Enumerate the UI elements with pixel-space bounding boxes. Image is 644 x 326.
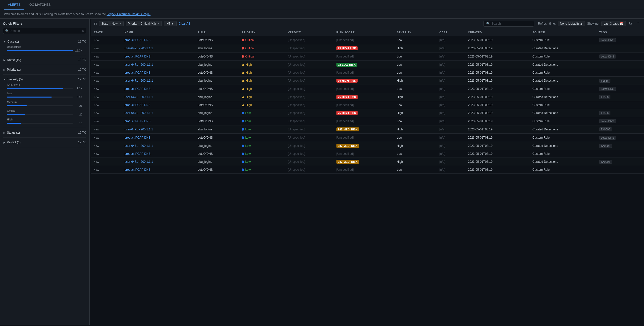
col-source[interactable]: SOURCE bbox=[530, 29, 597, 36]
col-priority[interactable]: PRIORITY ↓ bbox=[239, 29, 286, 36]
cell-priority: Low bbox=[239, 142, 286, 150]
table-row[interactable]: New product:PCAP DNS LotsOfDNS Low [Unsp… bbox=[91, 150, 644, 158]
table-row[interactable]: New user-6471 - 200.1.1.1 abu_logins Hig… bbox=[91, 61, 644, 69]
verdict-chevron-icon: ▶ bbox=[4, 141, 6, 144]
severity-medium-value: 21 bbox=[75, 104, 82, 107]
cell-state: New bbox=[91, 101, 122, 109]
cell-created: 2023-05-01T08:19 bbox=[465, 101, 530, 109]
cell-case: [n/a] bbox=[437, 52, 466, 61]
cell-name[interactable]: product:PCAP DNS bbox=[122, 69, 195, 77]
tab-alerts[interactable]: ALERTS bbox=[4, 0, 24, 10]
table-row[interactable]: New product:PCAP DNS LotsOfDNS High [Uns… bbox=[91, 85, 644, 93]
refresh-select[interactable]: None (default) ▲ bbox=[558, 21, 585, 26]
col-severity[interactable]: SEVERITY bbox=[394, 29, 437, 36]
table-row[interactable]: New product:PCAP DNS LotsOfDNS High [Uns… bbox=[91, 101, 644, 109]
cell-source: Custom Rule bbox=[530, 166, 597, 174]
chip-state-close[interactable]: ✕ bbox=[119, 22, 122, 26]
table-row[interactable]: New user-6471 - 200.1.1.1 abu_logins Hig… bbox=[91, 77, 644, 85]
cell-tags bbox=[597, 44, 644, 52]
cell-name[interactable]: product:PCAP DNS bbox=[122, 52, 195, 61]
chip-state[interactable]: State = New ✕ bbox=[99, 21, 124, 26]
filter-group-verdict-header[interactable]: ▶ Verdict (1) 12.7K bbox=[3, 140, 86, 145]
cell-verdict: [Unspecified] bbox=[286, 134, 334, 142]
col-created[interactable]: CREATED bbox=[465, 29, 530, 36]
cell-case: [n/a] bbox=[437, 134, 466, 142]
cell-name[interactable]: product:PCAP DNS bbox=[122, 117, 195, 126]
table-row[interactable]: New product:PCAP DNS LotsOfDNS Critical … bbox=[91, 36, 644, 44]
cell-created: 2023-05-01T08:19 bbox=[465, 52, 530, 61]
cell-name[interactable]: product:PCAP DNS bbox=[122, 36, 195, 44]
table-row[interactable]: New product:PCAP DNS LotsOfDNS Low [Unsp… bbox=[91, 134, 644, 142]
severity-unknown-label: [Unknown] bbox=[7, 83, 82, 86]
cell-name[interactable]: product:PCAP DNS bbox=[122, 134, 195, 142]
table-row[interactable]: New product:PCAP DNS LotsOfDNS Low [Unsp… bbox=[91, 166, 644, 174]
table-row[interactable]: New user-6471 - 200.1.1.1 abu_logins Cri… bbox=[91, 44, 644, 52]
filter-more-button[interactable]: +5 ▼ bbox=[164, 21, 177, 26]
cell-name[interactable]: product:PCAP DNS bbox=[122, 166, 195, 174]
severity-low-menu[interactable]: ⋮ bbox=[79, 92, 82, 96]
cell-name[interactable]: user-6471 - 200.1.1.1 bbox=[122, 93, 195, 101]
table-row[interactable]: New user-6471 - 200.1.1.1 abu_logins Low… bbox=[91, 126, 644, 134]
showing-select[interactable]: Last 3 days 📅 bbox=[602, 21, 626, 26]
chip-priority[interactable]: Priority = Critical (+3) ✕ bbox=[126, 21, 162, 26]
severity-item-critical: Critical 20 bbox=[3, 108, 86, 117]
severity-high-label: High bbox=[7, 118, 82, 121]
table-row[interactable]: New user-6471 - 200.1.1.1 abu_logins Low… bbox=[91, 142, 644, 150]
filter-group-status-header[interactable]: ▶ Status (1) 12.7K bbox=[3, 130, 86, 136]
col-verdict[interactable]: VERDICT bbox=[286, 29, 334, 36]
case-label: Case (1) bbox=[8, 40, 19, 43]
cell-name[interactable]: product:PCAP DNS bbox=[122, 150, 195, 158]
cell-name[interactable]: user-6471 - 200.1.1.1 bbox=[122, 61, 195, 69]
cell-name[interactable]: user-6471 - 200.1.1.1 bbox=[122, 44, 195, 52]
sidebar-search-icon: 🔍 bbox=[5, 29, 9, 32]
cell-priority: Critical bbox=[239, 52, 286, 61]
cell-created: 2023-05-01T08:19 bbox=[465, 150, 530, 158]
table-row[interactable]: New product:PCAP DNS LotsOfDNS Critical … bbox=[91, 52, 644, 61]
sidebar-resize-handle[interactable] bbox=[90, 19, 91, 325]
tab-ioc-matches[interactable]: IOC MATCHES bbox=[24, 0, 54, 10]
col-name[interactable]: NAME bbox=[122, 29, 195, 36]
table-row[interactable]: New user-6471 - 200.1.1.1 abu_logins Low… bbox=[91, 109, 644, 117]
filter-group-priority-header[interactable]: ▶ Priority (1) 12.7K bbox=[3, 67, 86, 72]
cell-name[interactable]: product:PCAP DNS bbox=[122, 101, 195, 109]
chip-priority-close[interactable]: ✕ bbox=[157, 22, 160, 26]
sidebar-search-container: 🔍 ⇅ bbox=[3, 28, 86, 34]
table-search-input[interactable] bbox=[492, 22, 531, 26]
cell-verdict: [Unspecified] bbox=[286, 36, 334, 44]
sidebar-search-input[interactable] bbox=[10, 29, 80, 32]
severity-item-medium: Medium 21 bbox=[3, 100, 86, 108]
refresh-button[interactable]: ↻ bbox=[628, 21, 633, 27]
col-tags[interactable]: TAGS bbox=[597, 29, 644, 36]
cell-rule: LotsOfDNS bbox=[195, 150, 239, 158]
filter-group-severity-header[interactable]: ▼ Severity (5) 12.7K bbox=[3, 77, 86, 82]
cell-verdict: [Unspecified] bbox=[286, 52, 334, 61]
status-count: 12.7K bbox=[78, 131, 86, 134]
cell-name[interactable]: user-6471 - 200.1.1.1 bbox=[122, 77, 195, 85]
filter-group-case-header[interactable]: ▼ Case (1) 12.7K bbox=[3, 39, 86, 44]
filter-group-name-header[interactable]: ▶ Name (10) 12.7K bbox=[3, 57, 86, 63]
clear-all-button[interactable]: Clear All bbox=[179, 22, 190, 26]
name-count: 12.7K bbox=[78, 58, 86, 62]
col-rule[interactable]: RULE bbox=[195, 29, 239, 36]
cell-state: New bbox=[91, 142, 122, 150]
cell-name[interactable]: product:PCAP DNS bbox=[122, 85, 195, 93]
table-row[interactable]: New user-6471 - 200.1.1.1 abu_logins Hig… bbox=[91, 93, 644, 101]
table-row[interactable]: New product:PCAP DNS LotsOfDNS Low [Unsp… bbox=[91, 117, 644, 126]
cell-name[interactable]: user-6471 - 200.1.1.1 bbox=[122, 158, 195, 166]
cell-source: Custom Rule bbox=[530, 117, 597, 126]
table-row[interactable]: New user-6471 - 200.1.1.1 abu_logins Low… bbox=[91, 158, 644, 166]
severity-critical-label: Critical bbox=[7, 109, 82, 112]
table-row[interactable]: New product:PCAP DNS LotsOfDNS High [Uns… bbox=[91, 69, 644, 77]
col-case[interactable]: CASE bbox=[437, 29, 466, 36]
cell-name[interactable]: user-6471 - 200.1.1.1 bbox=[122, 142, 195, 150]
cell-rule: LotsOfDNS bbox=[195, 69, 239, 77]
cell-name[interactable]: user-6471 - 200.1.1.1 bbox=[122, 109, 195, 117]
severity-critical-value: 20 bbox=[75, 113, 82, 116]
cell-tags: T1556 bbox=[597, 77, 644, 85]
more-options-button[interactable]: ⋮ bbox=[635, 21, 641, 27]
cell-name[interactable]: user-6471 - 200.1.1.1 bbox=[122, 126, 195, 134]
legacy-link[interactable]: Legacy Enterprise Insights Page. bbox=[107, 12, 150, 16]
col-state[interactable]: STATE bbox=[91, 29, 122, 36]
cell-created: 2023-05-01T08:19 bbox=[465, 158, 530, 166]
col-risk-score[interactable]: RISK SCORE bbox=[334, 29, 394, 36]
